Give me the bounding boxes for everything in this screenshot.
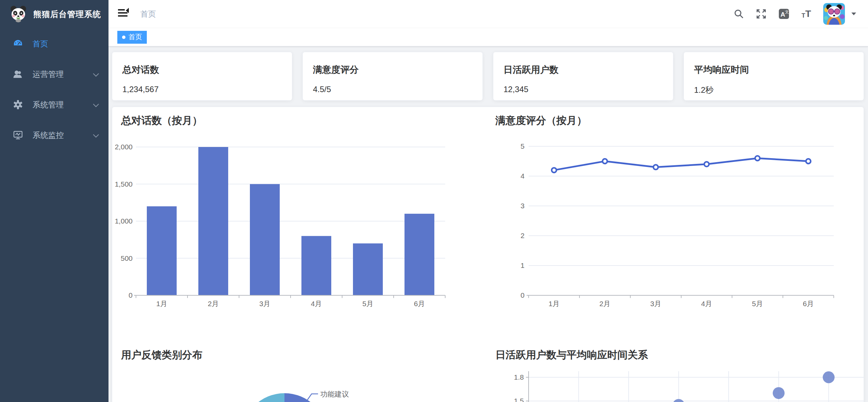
sidebar-item-label: 运营管理 xyxy=(33,69,64,80)
svg-text:A: A xyxy=(781,11,785,18)
tag-label: 首页 xyxy=(129,33,142,42)
stat-value: 1,234,567 xyxy=(122,85,282,94)
svg-text:2: 2 xyxy=(520,232,525,239)
tag-active-dot xyxy=(122,36,125,39)
sidebar-item-label: 系统监控 xyxy=(33,130,64,141)
sidebar-item-home[interactable]: 首页 xyxy=(0,28,108,59)
scatter-chart: 1.81.5 xyxy=(493,365,866,402)
stat-value: 1.2秒 xyxy=(694,85,853,96)
hamburger-button[interactable] xyxy=(108,8,130,20)
app-logo-row[interactable]: 熊猫后台管理系统 xyxy=(0,0,108,28)
sidebar-item-label: 系统管理 xyxy=(33,100,64,110)
users-icon xyxy=(13,69,24,79)
svg-text:5: 5 xyxy=(520,142,525,150)
bar-chart-title: 总对话数（按月） xyxy=(121,114,202,128)
svg-text:1.8: 1.8 xyxy=(514,373,524,381)
gear-icon xyxy=(13,100,24,110)
charts-panel: 总对话数（按月） 满意度评分（按月） 用户反馈类别分布 日活跃用户数与平均响应时… xyxy=(112,107,864,402)
svg-text:500: 500 xyxy=(121,254,133,262)
header: 首页 A 文 TT xyxy=(108,0,868,28)
line-chart: 0123451月2月3月4月5月6月 xyxy=(493,137,865,326)
line-chart-title: 满意度评分（按月） xyxy=(495,114,587,128)
stat-card-conversations: 总对话数 1,234,567 xyxy=(112,52,292,101)
svg-text:文: 文 xyxy=(785,9,789,14)
svg-text:0: 0 xyxy=(520,291,525,299)
stat-card-dau: 日活跃用户数 12,345 xyxy=(493,52,673,101)
svg-text:3月: 3月 xyxy=(650,300,662,308)
stat-title: 总对话数 xyxy=(122,64,282,76)
hamburger-icon xyxy=(117,8,130,20)
svg-text:2月: 2月 xyxy=(599,300,611,308)
sidebar-item-operations[interactable]: 运营管理 xyxy=(0,59,108,89)
sidebar-item-label: 首页 xyxy=(33,39,48,49)
svg-text:3: 3 xyxy=(520,202,525,210)
svg-text:4月: 4月 xyxy=(311,300,322,308)
sidebar-item-monitor[interactable]: 系统监控 xyxy=(0,120,108,150)
stat-card-response-time: 平均响应时间 1.2秒 xyxy=(684,52,864,101)
panda-logo-icon xyxy=(9,5,27,24)
svg-text:5月: 5月 xyxy=(752,300,763,308)
stat-title: 满意度评分 xyxy=(313,64,472,76)
chevron-down-icon xyxy=(93,70,99,79)
stat-title: 日活跃用户数 xyxy=(504,64,663,76)
sidebar-item-system[interactable]: 系统管理 xyxy=(0,89,108,120)
language-icon[interactable]: A 文 xyxy=(778,8,789,19)
svg-text:0: 0 xyxy=(129,291,133,299)
avatar[interactable] xyxy=(823,3,845,25)
stat-value: 4.5/5 xyxy=(313,85,472,94)
svg-text:4月: 4月 xyxy=(701,300,712,308)
stat-card-satisfaction: 满意度评分 4.5/5 xyxy=(302,52,483,101)
svg-text:1月: 1月 xyxy=(549,300,560,308)
svg-text:2,000: 2,000 xyxy=(115,143,133,151)
svg-text:1,500: 1,500 xyxy=(115,180,133,188)
app-title: 熊猫后台管理系统 xyxy=(33,9,101,20)
stat-cards-row: 总对话数 1,234,567 满意度评分 4.5/5 日活跃用户数 12,345… xyxy=(112,52,864,101)
fullscreen-icon[interactable] xyxy=(756,9,766,19)
svg-text:6月: 6月 xyxy=(414,300,425,308)
tag-home[interactable]: 首页 xyxy=(117,31,147,44)
svg-text:功能建议: 功能建议 xyxy=(320,390,349,398)
svg-text:1,000: 1,000 xyxy=(115,217,133,225)
stat-title: 平均响应时间 xyxy=(694,64,853,76)
pie-chart-title: 用户反馈类别分布 xyxy=(121,348,202,362)
svg-text:1.5: 1.5 xyxy=(514,397,524,402)
scatter-chart-title: 日活跃用户数与平均响应时间关系 xyxy=(495,348,648,362)
caret-down-icon[interactable] xyxy=(851,11,856,17)
svg-text:2月: 2月 xyxy=(208,300,219,308)
stat-value: 12,345 xyxy=(504,85,663,94)
svg-text:6月: 6月 xyxy=(803,300,814,308)
tags-view-bar: 首页 xyxy=(108,28,868,46)
monitor-icon xyxy=(13,130,24,140)
sidebar: 熊猫后台管理系统 首页 运 xyxy=(0,0,108,402)
font-size-icon[interactable]: TT xyxy=(802,9,811,19)
chevron-down-icon xyxy=(93,100,99,109)
svg-text:4: 4 xyxy=(520,172,525,180)
dashboard-icon xyxy=(13,39,24,49)
svg-text:5月: 5月 xyxy=(362,300,374,308)
svg-text:1: 1 xyxy=(520,261,525,269)
bar-chart: 05001,0001,5002,0001月2月3月4月5月6月 xyxy=(113,137,459,326)
sidebar-menu: 首页 运营管理 xyxy=(0,28,108,150)
main-content: 总对话数 1,234,567 满意度评分 4.5/5 日活跃用户数 12,345… xyxy=(108,47,868,402)
chevron-down-icon xyxy=(93,131,99,140)
header-actions: A 文 TT xyxy=(734,3,868,25)
svg-text:3月: 3月 xyxy=(259,300,271,308)
search-icon[interactable] xyxy=(734,9,744,19)
pie-chart: 功能建议 xyxy=(198,365,388,402)
breadcrumb[interactable]: 首页 xyxy=(140,9,156,19)
svg-text:1月: 1月 xyxy=(156,300,167,308)
